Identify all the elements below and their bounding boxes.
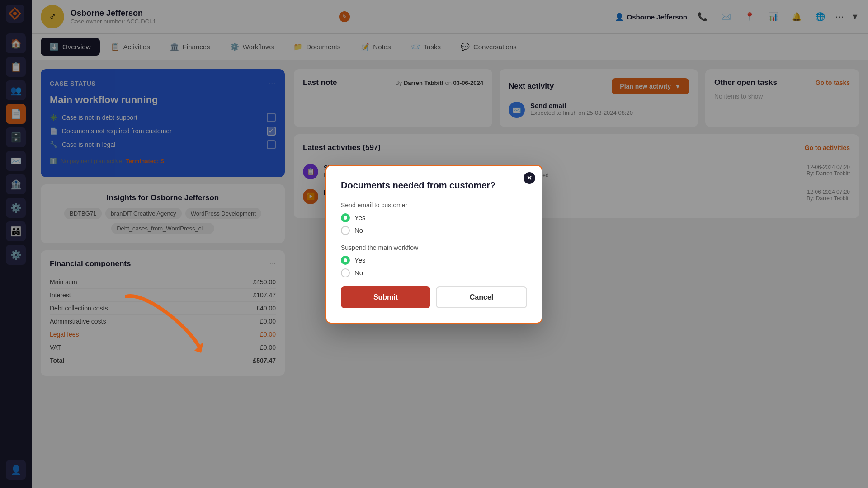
arrow-annotation: [118, 287, 217, 361]
modal-title: Documents needed from customer?: [341, 180, 527, 191]
send-email-no[interactable]: No: [341, 226, 527, 235]
suspend-radio-group: Yes No: [341, 256, 527, 277]
suspend-yes-radio[interactable]: [341, 256, 350, 265]
modal-actions: Submit Cancel: [341, 286, 527, 308]
send-email-yes[interactable]: Yes: [341, 213, 527, 222]
modal-dialog: ✕ Documents needed from customer? Send e…: [326, 165, 542, 324]
modal-close-button[interactable]: ✕: [524, 172, 535, 184]
modal-overlay: ✕ Documents needed from customer? Send e…: [0, 0, 868, 488]
send-email-no-radio[interactable]: [341, 226, 350, 235]
svg-marker-2: [194, 342, 203, 353]
send-email-yes-radio[interactable]: [341, 213, 350, 222]
cancel-button[interactable]: Cancel: [436, 286, 527, 308]
suspend-yes[interactable]: Yes: [341, 256, 527, 265]
send-email-radio-group: Yes No: [341, 213, 527, 235]
submit-button[interactable]: Submit: [341, 286, 430, 308]
send-email-label: Send email to customer: [341, 202, 527, 209]
suspend-no[interactable]: No: [341, 268, 527, 277]
suspend-no-radio[interactable]: [341, 268, 350, 277]
suspend-label: Suspend the main workflow: [341, 244, 527, 251]
